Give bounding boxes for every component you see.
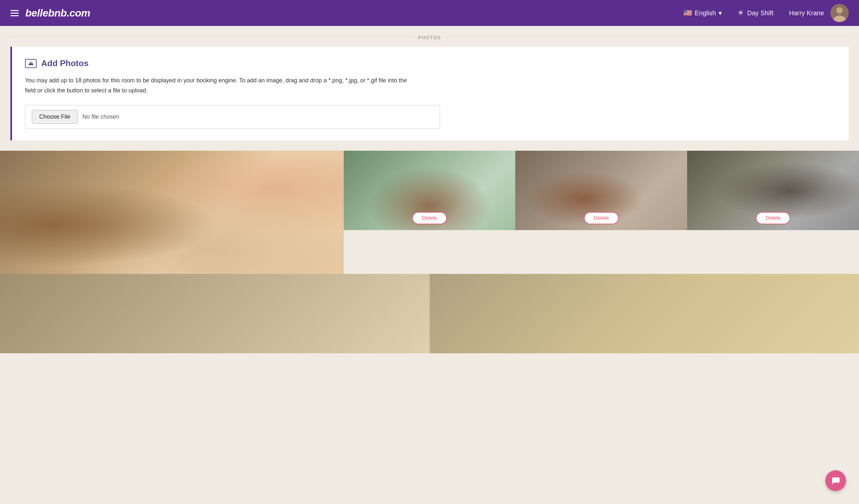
add-photos-description: You may add up to 18 photos for this roo… xyxy=(25,76,414,95)
main-header: bellebnb.com 🇺🇸 English ▾ ☀ Day Shift Ha… xyxy=(0,0,859,26)
photo-item-5 xyxy=(0,274,430,353)
choose-file-button[interactable]: Choose File xyxy=(32,110,78,124)
shift-label: Day Shift xyxy=(747,10,773,17)
photo-item-3: Delete xyxy=(515,151,687,230)
sun-icon: ☀ xyxy=(737,9,744,17)
photo-item-6 xyxy=(430,274,859,353)
add-photos-title: Add Photos xyxy=(25,58,836,68)
site-logo: bellebnb.com xyxy=(25,7,90,19)
delete-button-3[interactable]: Delete xyxy=(584,212,618,224)
shift-selector[interactable]: ☀ Day Shift xyxy=(737,9,773,17)
add-photos-card: Add Photos You may add up to 18 photos f… xyxy=(10,47,849,140)
language-label: English xyxy=(695,10,716,17)
photo-item-1 xyxy=(0,151,344,274)
flag-icon: 🇺🇸 xyxy=(683,9,692,17)
chat-button[interactable] xyxy=(825,470,846,491)
photo-icon xyxy=(25,59,36,68)
svg-point-1 xyxy=(836,7,843,14)
avatar[interactable] xyxy=(830,4,849,22)
photos-row2 xyxy=(0,274,859,353)
chevron-down-icon: ▾ xyxy=(719,9,722,17)
delete-button-2[interactable]: Delete xyxy=(412,212,447,224)
main-content: PHOTOS Add Photos You may add up to 18 p… xyxy=(0,26,859,353)
language-selector[interactable]: 🇺🇸 English ▾ xyxy=(683,9,722,17)
user-name: Harry Krane xyxy=(789,10,824,17)
add-photos-label: Add Photos xyxy=(41,58,89,68)
no-file-label: No file chosen xyxy=(82,113,119,120)
photo-item-4: Delete xyxy=(687,151,859,230)
file-input-area: Choose File No file chosen xyxy=(25,105,440,129)
menu-icon[interactable] xyxy=(10,10,19,16)
delete-button-4[interactable]: Delete xyxy=(756,212,790,224)
photo-item-2: Delete xyxy=(344,151,516,230)
section-title: PHOTOS xyxy=(0,26,859,47)
photos-grid: Delete Delete Delete xyxy=(0,151,859,274)
